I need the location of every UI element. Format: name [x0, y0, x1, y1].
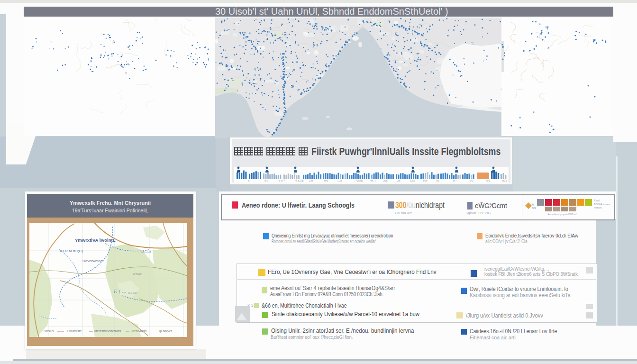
svg-text:b/6: b/6: [324, 179, 328, 182]
svg-text:6'o: 6'o: [264, 179, 268, 182]
svg-text:4 a1Œ: 4 a1Œ: [295, 179, 304, 182]
svg-text:F. ƒ :,.: F. ƒ :,.: [113, 289, 126, 294]
svg-text:Uferasrr/evsserKlas: Uferasrr/evsserKlas: [94, 329, 121, 333]
svg-text:b'7: b'7: [453, 179, 457, 182]
svg-text:01: 01: [436, 179, 439, 182]
svg-text:E1c: E1c: [410, 179, 415, 182]
svg-text:YmwrxtiVA lIvointL: YmwrxtiVA lIvointL: [75, 237, 116, 243]
svg-text:Ip anvver: Ip anvver: [159, 329, 173, 333]
svg-text:a: a: [248, 179, 250, 182]
svg-text:b'U'?: b'U'?: [279, 179, 285, 182]
svg-text:b1b: b1b: [502, 179, 508, 182]
svg-text:4.I.R.M.nЛ(C): 4.I.R.M.nЛ(C): [60, 249, 83, 253]
svg-text:Fvrunsiste:: Fvrunsiste:: [67, 329, 82, 333]
svg-text:0/1: 0/1: [486, 179, 491, 182]
svg-text:1/0: 1/0: [469, 179, 473, 182]
svg-text:Sfrislus: Sfrislus: [44, 329, 54, 333]
svg-text:1/b: 1/b: [309, 179, 313, 182]
svg-text:,.Ja: ,.Ja: [337, 179, 342, 182]
svg-text:R.L /urr: R.L /urr: [128, 291, 137, 294]
svg-text:nЛrn/vM.: nЛrn/vM.: [141, 251, 152, 254]
svg-text:Reverwmor?: Reverwmor?: [82, 259, 104, 263]
svg-text:Jrtenrvrlkss: Jrtenrvrlkss: [131, 329, 147, 333]
svg-text:8M/: 8M/: [423, 179, 428, 182]
svg-text:7 Œ/Œ: 7 Œ/Œ: [354, 179, 363, 182]
svg-text:2b: 2b: [397, 179, 400, 182]
svg-text:avTinW.: avTinW.: [133, 273, 142, 275]
svg-text:7M.-7: 7M.-7: [369, 179, 377, 182]
svg-text:J08': J08': [383, 179, 388, 182]
